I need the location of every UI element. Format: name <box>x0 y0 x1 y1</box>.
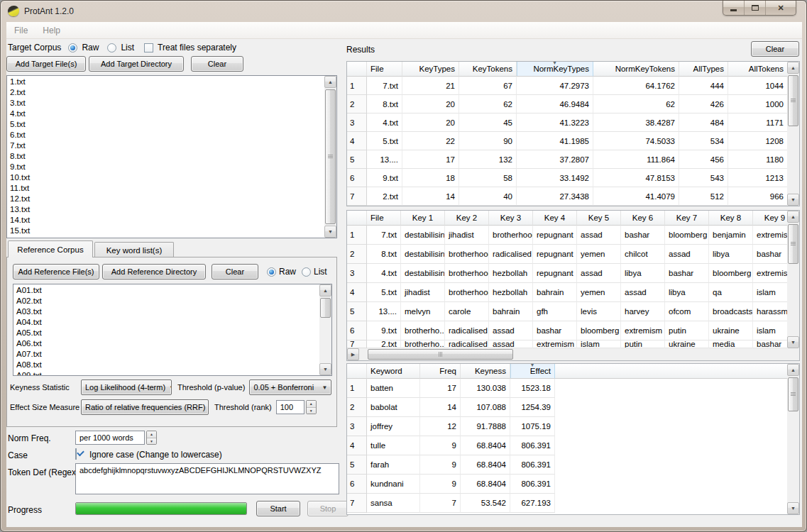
table-cell[interactable]: yemen <box>577 245 621 264</box>
table-cell[interactable]: ukraine <box>709 321 753 340</box>
scrollbar-thumb[interactable] <box>788 224 798 264</box>
scroll-down-button[interactable]: ▼ <box>324 226 336 238</box>
target-file-item[interactable]: 4.txt <box>10 109 324 119</box>
table-cell[interactable]: 2.txt <box>367 187 402 206</box>
column-header[interactable]: Key 2 <box>445 211 489 226</box>
table-cell[interactable]: 46.9484 <box>517 95 593 113</box>
column-header[interactable]: Effect▾ <box>510 364 555 379</box>
scrollbar-track[interactable] <box>319 297 331 363</box>
table-cell[interactable]: 1523.18 <box>510 379 555 398</box>
table-cell[interactable]: brotherhood <box>445 245 489 264</box>
table-cell[interactable]: 1000 <box>728 95 788 113</box>
table-cell[interactable]: destabilising <box>401 264 445 283</box>
norm-freq-input[interactable]: per 1000 words <box>75 431 145 445</box>
target-file-item[interactable]: 3.txt <box>10 98 324 109</box>
table-cell[interactable]: 1180 <box>728 150 788 169</box>
column-header[interactable]: Keyword <box>367 364 420 379</box>
column-header[interactable]: NormKeyTokens <box>593 62 679 77</box>
row-number-cell[interactable]: 7 <box>347 340 367 348</box>
table-cell[interactable]: 130.038 <box>461 379 510 398</box>
table-cell[interactable]: ukraine <box>665 340 709 348</box>
table-row[interactable]: 17.txtdestabilisingjihadistbrotherhoodre… <box>347 226 788 245</box>
table-cell[interactable]: 4.txt <box>367 113 402 132</box>
table-cell[interactable]: assad <box>489 321 533 340</box>
reference-list-scrollbar[interactable]: ▲ ▼ <box>319 284 331 375</box>
scroll-up-button[interactable]: ▲ <box>787 211 799 223</box>
column-header[interactable]: Key 4 <box>533 211 577 226</box>
table-cell[interactable]: media <box>709 340 753 348</box>
table-cell[interactable]: assad <box>577 264 621 283</box>
column-header[interactable]: Key 3 <box>489 211 533 226</box>
target-list-radio[interactable] <box>107 43 116 52</box>
target-file-item[interactable]: 15.txt <box>10 226 324 236</box>
table-row[interactable]: 5farah968.8404806.391 <box>347 455 788 475</box>
table-cell[interactable]: putin <box>621 340 665 348</box>
table-cell[interactable]: brotherho... <box>401 321 445 340</box>
table-cell[interactable]: libya <box>709 245 753 264</box>
row-number-cell[interactable]: 6 <box>347 321 367 340</box>
row-number-cell[interactable]: 4 <box>347 283 367 302</box>
reference-raw-radio[interactable] <box>267 267 276 277</box>
target-file-item[interactable]: 7.txt <box>10 140 324 151</box>
table-cell[interactable]: joffrey <box>367 417 420 436</box>
table-cell[interactable]: 17 <box>402 150 459 169</box>
row-number-cell[interactable]: 5 <box>347 455 367 475</box>
keys-table-hscrollbar[interactable]: ◀ ▶ <box>347 348 788 360</box>
table-cell[interactable]: 543 <box>679 169 728 187</box>
table-cell[interactable]: repugnant <box>533 264 577 283</box>
table-row[interactable]: 6kundnani968.8404806.391 <box>347 475 788 494</box>
table-cell[interactable]: jihadist <box>401 283 445 302</box>
minimize-button[interactable] <box>723 1 745 15</box>
table-cell[interactable]: 53.542 <box>461 494 510 513</box>
norm-freq-spinner[interactable]: ▲ ▼ <box>146 431 157 445</box>
scroll-down-button[interactable]: ▼ <box>787 502 799 514</box>
reference-file-item[interactable]: A02.txt <box>16 296 319 306</box>
table-cell[interactable]: putin <box>665 321 709 340</box>
table-row[interactable]: 72.txtbrotherho...radicalisedassadextrem… <box>347 340 788 348</box>
scroll-down-button[interactable]: ▼ <box>787 194 799 206</box>
table-cell[interactable]: assad <box>621 283 665 302</box>
table-cell[interactable]: 7.txt <box>367 226 401 245</box>
row-number-cell[interactable]: 4 <box>347 436 367 455</box>
table-cell[interactable]: islam <box>753 283 788 302</box>
table-cell[interactable]: brotherhood <box>445 264 489 283</box>
table-cell[interactable]: 1254.39 <box>510 398 555 417</box>
table-cell[interactable]: 107.088 <box>461 398 510 417</box>
scrollbar-track[interactable] <box>359 348 776 360</box>
table-cell[interactable]: 45 <box>459 113 517 132</box>
table-cell[interactable]: extremism <box>753 264 788 283</box>
column-header[interactable]: Key 6 <box>621 211 665 226</box>
table-cell[interactable]: brotherhood <box>445 283 489 302</box>
tab-keyword-lists[interactable]: Key word list(s) <box>94 242 174 257</box>
table-cell[interactable]: qa <box>709 283 753 302</box>
row-number-cell[interactable]: 2 <box>347 245 367 264</box>
table-cell[interactable]: bashar <box>533 321 577 340</box>
table-cell[interactable]: 9 <box>420 475 461 494</box>
table-cell[interactable]: bloomberg <box>577 321 621 340</box>
table-cell[interactable]: libya <box>665 283 709 302</box>
target-file-list[interactable]: 1.txt2.txt3.txt4.txt5.txt6.txt7.txt8.txt… <box>6 75 337 238</box>
table-cell[interactable]: 74.5033 <box>593 132 679 150</box>
title-bar[interactable]: ProtAnt 1.2.0 ✕ <box>1 1 806 22</box>
table-cell[interactable]: 14 <box>420 398 461 417</box>
table-cell[interactable]: 806.391 <box>510 455 555 475</box>
row-number-cell[interactable]: 5 <box>347 302 367 321</box>
table-cell[interactable]: bashar <box>753 340 788 348</box>
reference-file-item[interactable]: A04.txt <box>16 317 319 328</box>
table-cell[interactable]: sansa <box>367 494 420 513</box>
table-cell[interactable]: 7 <box>420 494 461 513</box>
target-file-item[interactable]: 6.txt <box>10 130 324 140</box>
row-number-cell[interactable]: 5 <box>347 150 367 169</box>
add-reference-directory-button[interactable]: Add Reference Directory <box>102 264 206 279</box>
row-number-cell[interactable]: 3 <box>347 264 367 283</box>
column-header[interactable]: Key 5 <box>577 211 621 226</box>
target-file-item[interactable]: 13.txt <box>10 204 324 215</box>
table-cell[interactable]: brotherho... <box>401 340 445 348</box>
table-cell[interactable]: extremism <box>753 226 788 245</box>
scrollbar-thumb[interactable] <box>788 75 798 126</box>
table-cell[interactable]: 27.3438 <box>517 187 593 206</box>
table-cell[interactable]: 62 <box>459 95 517 113</box>
table-cell[interactable]: bashar <box>665 264 709 283</box>
table-cell[interactable]: 2.txt <box>367 340 401 348</box>
column-header[interactable] <box>347 364 367 379</box>
